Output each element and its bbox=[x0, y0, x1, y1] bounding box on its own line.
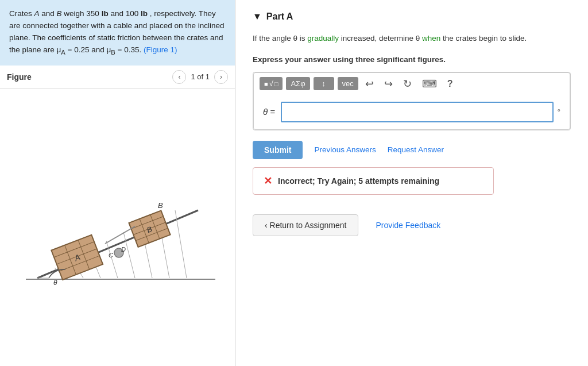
highlight-gradually: gradually bbox=[307, 34, 339, 43]
submit-btn[interactable]: Submit bbox=[253, 141, 303, 159]
degree-symbol: ° bbox=[557, 107, 560, 117]
figure-link[interactable]: (Figure 1) bbox=[144, 45, 177, 54]
redo-btn[interactable]: ↪ bbox=[381, 76, 396, 91]
bottom-actions: ‹ Return to Assignment Provide Feedback bbox=[253, 214, 571, 236]
provide-feedback-link[interactable]: Provide Feedback bbox=[376, 221, 440, 230]
svg-text:θ: θ bbox=[53, 279, 57, 287]
request-answer-link[interactable]: Request Answer bbox=[388, 145, 444, 154]
vec-btn[interactable]: vec bbox=[338, 77, 358, 90]
return-to-assignment-btn[interactable]: ‹ Return to Assignment bbox=[253, 214, 358, 236]
figure-diagram: A B D bbox=[20, 164, 215, 291]
error-text: Incorrect; Try Again; 5 attempts remaini… bbox=[278, 176, 439, 186]
next-figure-btn[interactable]: › bbox=[214, 70, 228, 84]
matrix-sqrt-btn[interactable]: ■√□ bbox=[260, 77, 283, 90]
arrow-btn[interactable]: ↕ bbox=[314, 77, 334, 90]
keyboard-btn[interactable]: ⌨ bbox=[419, 76, 440, 91]
answer-input-row: θ = ° bbox=[253, 95, 570, 130]
figure-title: Figure bbox=[7, 72, 172, 82]
svg-line-10 bbox=[175, 210, 187, 278]
question-text: If the angle θ is gradually increased, d… bbox=[253, 32, 571, 45]
theta-label: θ = bbox=[263, 107, 275, 117]
figure-header: Figure ‹ 1 of 1 › bbox=[0, 66, 235, 89]
figure-image-area: A B D bbox=[0, 89, 235, 366]
left-panel: Crates A and B weigh 350 lb and 100 lb ,… bbox=[0, 0, 235, 366]
svg-text:D: D bbox=[121, 246, 126, 253]
right-panel: ▼ Part A If the angle θ is gradually inc… bbox=[235, 0, 588, 366]
part-header: ▼ Part A bbox=[253, 11, 571, 22]
answer-input[interactable] bbox=[281, 102, 554, 122]
highlight-when: when bbox=[422, 34, 440, 43]
error-box: ✕ Incorrect; Try Again; 5 attempts remai… bbox=[253, 167, 494, 195]
answer-instruction: Express your answer using three signific… bbox=[253, 55, 571, 64]
refresh-btn[interactable]: ↻ bbox=[400, 76, 415, 91]
figure-nav: ‹ 1 of 1 › bbox=[172, 70, 228, 84]
prev-figure-btn[interactable]: ‹ bbox=[172, 70, 186, 84]
math-toolbar: ■√□ AΣφ ↕ vec ↩ ↪ ↻ ⌨ ? bbox=[253, 72, 570, 95]
problem-text-box: Crates A and B weigh 350 lb and 100 lb ,… bbox=[0, 0, 235, 66]
input-box-wrapper: ■√□ AΣφ ↕ vec ↩ ↪ ↻ ⌨ ? θ = ° bbox=[253, 72, 571, 130]
symbol-btn[interactable]: AΣφ bbox=[286, 77, 310, 90]
action-row: Submit Previous Answers Request Answer bbox=[253, 141, 571, 159]
part-label: Part A bbox=[266, 11, 293, 22]
part-chevron[interactable]: ▼ bbox=[253, 11, 262, 22]
svg-text:B: B bbox=[158, 201, 163, 210]
svg-line-25 bbox=[105, 226, 135, 244]
undo-btn[interactable]: ↩ bbox=[362, 76, 377, 91]
page-indicator: 1 of 1 bbox=[191, 72, 210, 81]
svg-text:C: C bbox=[109, 252, 113, 259]
figure-area: Figure ‹ 1 of 1 › bbox=[0, 66, 235, 366]
help-btn[interactable]: ? bbox=[444, 78, 457, 90]
error-icon: ✕ bbox=[264, 175, 272, 187]
previous-answers-link[interactable]: Previous Answers bbox=[314, 145, 376, 154]
